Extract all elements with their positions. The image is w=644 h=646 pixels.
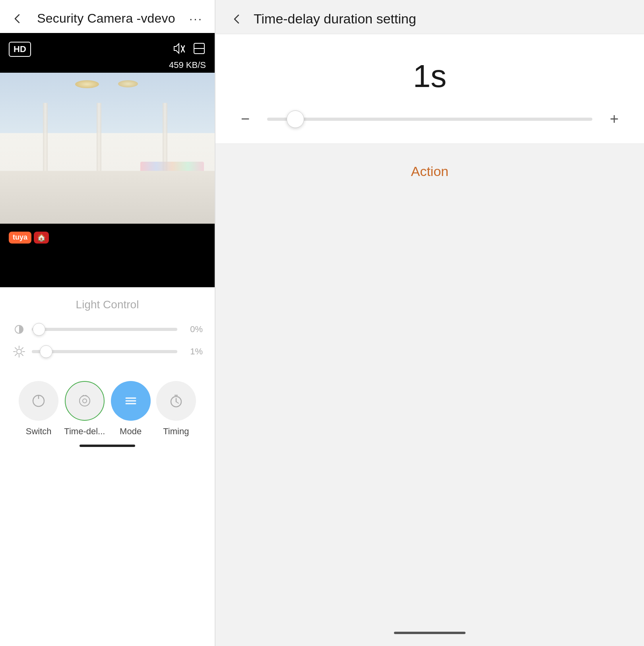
plus-button[interactable]: + <box>604 110 624 128</box>
mute-icon[interactable] <box>172 42 185 55</box>
bottom-bar-left <box>80 445 135 447</box>
duration-slider-thumb[interactable] <box>287 110 304 128</box>
timedelay-control[interactable]: Time-del... <box>64 381 105 437</box>
sun-icon <box>12 345 26 358</box>
brightness-track[interactable] <box>32 328 177 331</box>
mode-label: Mode <box>120 426 142 437</box>
camera-title: Security Camera -vdevo <box>37 11 175 26</box>
svg-point-5 <box>17 349 21 354</box>
colortemp-value: 1% <box>183 346 203 357</box>
video-speed: 459 KB/S <box>169 60 206 70</box>
timing-circle <box>156 381 196 421</box>
svg-line-25 <box>176 402 178 403</box>
svg-line-10 <box>15 348 17 349</box>
tuya-logo: tuya <box>9 232 31 244</box>
svg-point-17 <box>83 399 87 403</box>
tuya-icon2: 🏠 <box>34 232 49 244</box>
colortemp-slider-row: 1% <box>12 345 203 358</box>
brightness-value: 0% <box>183 324 203 335</box>
back-button-left[interactable] <box>12 13 23 24</box>
duration-value: 1s <box>413 58 447 95</box>
left-header: Security Camera -vdevo ··· <box>0 0 215 33</box>
light-control-section: Light Control 0% <box>0 287 215 646</box>
switch-label: Switch <box>26 426 52 437</box>
video-container: HD 459 KB/S tuya 🏠 <box>0 33 215 287</box>
video-top-icons <box>172 42 206 55</box>
right-panel: Time-delay duration setting 1s − + Actio… <box>215 0 644 646</box>
switch-circle <box>19 381 58 421</box>
left-panel: Security Camera -vdevo ··· HD <box>0 0 215 646</box>
timedelay-label: Time-del... <box>64 426 105 437</box>
tuya-badge: tuya 🏠 <box>9 232 49 244</box>
more-button[interactable]: ··· <box>189 12 203 25</box>
svg-line-11 <box>21 354 23 356</box>
minus-button[interactable]: − <box>235 110 255 128</box>
light-control-title: Light Control <box>12 298 203 311</box>
mode-control[interactable]: Mode <box>111 381 151 437</box>
brightness-slider-row: 0% <box>12 323 203 336</box>
svg-line-12 <box>21 348 23 349</box>
svg-point-16 <box>80 396 90 406</box>
right-header-title: Time-delay duration setting <box>254 11 416 27</box>
controls-row: Switch Time-del... <box>12 371 203 437</box>
right-content: 1s − + <box>215 34 644 144</box>
brightness-icon <box>12 323 26 336</box>
hd-badge: HD <box>9 42 31 57</box>
svg-line-13 <box>15 354 17 356</box>
action-button[interactable]: Action <box>411 164 449 179</box>
timedelay-circle <box>65 381 105 421</box>
duration-slider-track[interactable] <box>267 118 592 121</box>
back-button-right[interactable] <box>231 14 242 25</box>
video-image <box>0 73 215 224</box>
duration-slider-row: − + <box>231 110 628 128</box>
right-header: Time-delay duration setting <box>215 0 644 34</box>
timing-control[interactable]: Timing <box>156 381 196 437</box>
action-section: Action <box>215 144 644 620</box>
timing-label: Timing <box>163 426 189 437</box>
colortemp-track[interactable] <box>32 350 177 353</box>
layout-icon[interactable] <box>192 42 206 55</box>
mode-circle <box>111 381 151 421</box>
bottom-bar-right <box>394 632 466 634</box>
switch-control[interactable]: Switch <box>19 381 58 437</box>
